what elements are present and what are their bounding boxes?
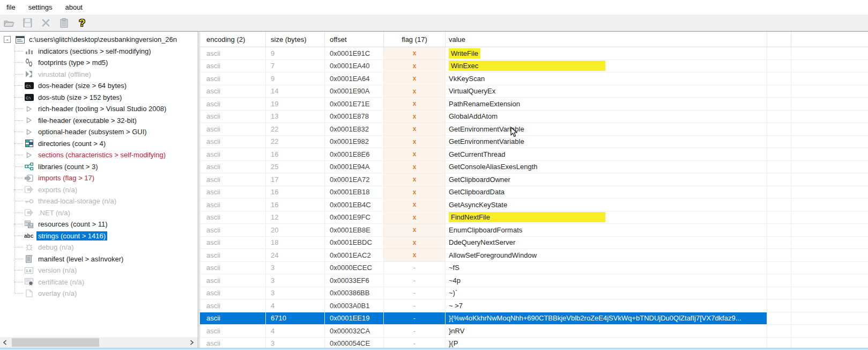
svg-text:C:\: C:\: [26, 96, 31, 99]
tree-item-label: debug (n/a): [36, 243, 76, 252]
tree-item-libraries[interactable]: libraries (count > 3): [0, 161, 198, 173]
tree-item-footprints[interactable]: footprints (type > md5): [0, 57, 198, 69]
tree-item-dos-header[interactable]: C:\ dos-header (size > 64 bytes): [0, 80, 198, 92]
table-row[interactable]: ascii160x0001EB18xGetClipboardData: [200, 186, 868, 199]
table-row[interactable]: ascii40x000032CA-}nRV: [200, 325, 868, 338]
footprints-icon: [24, 59, 34, 67]
tree-item-label: footprints (type > md5): [36, 58, 109, 67]
table-row[interactable]: ascii30x000386BB-~)`: [200, 287, 868, 300]
tree-item-label: virustotal (offline): [36, 70, 93, 79]
help-button[interactable]: ?: [76, 17, 88, 29]
table-row[interactable]: ascii90x0001E91CxWriteFile: [200, 47, 868, 60]
table-row[interactable]: ascii190x0001E71ExPathRenameExtension: [200, 98, 868, 111]
table-row[interactable]: ascii180x0001EBDCxDdeQueryNextServer: [200, 237, 868, 250]
col-header-value[interactable]: value: [446, 32, 767, 47]
tree-item-file-header[interactable]: file-header (executable > 32-bit): [0, 115, 198, 127]
menu-file[interactable]: file: [6, 3, 16, 11]
question-icon: ?: [79, 17, 85, 29]
tree-item-debug[interactable]: debug (n/a): [0, 242, 198, 253]
copy-button[interactable]: [58, 17, 70, 29]
tree-item-label: strings (count > 1416): [36, 231, 107, 240]
table-row[interactable]: ascii120x0001E9FCxFindNextFile: [200, 212, 868, 224]
tree-item-label: libraries (count > 3): [36, 162, 100, 171]
tree-item-optional-header[interactable]: optional-header (subsystem > GUI): [0, 126, 198, 138]
col-header-size[interactable]: size (bytes): [266, 32, 325, 47]
pestudio-window: { "menu": { "items": [ {"label":"file"},…: [0, 0, 868, 350]
tree-item-overlay[interactable]: overlay (n/a): [0, 288, 198, 300]
tree-item-resources[interactable]: resources (count > 11): [0, 218, 198, 230]
col-header-flag[interactable]: flag (17): [384, 32, 446, 47]
tree-item-manifest[interactable]: manifest (level > asInvoker): [0, 253, 198, 265]
tree-item-certificate[interactable]: certificate (n/a): [0, 276, 198, 288]
resources-icon: [24, 220, 34, 229]
col-header-offset[interactable]: offset: [325, 32, 384, 47]
table-header: encoding (2) size (bytes) offset flag (1…: [200, 32, 868, 47]
table-row[interactable]: ascii70x0001EA40xWinExec: [200, 60, 868, 73]
tree-item-label: indicators (sections > self-modifying): [36, 47, 153, 56]
table-row[interactable]: ascii220x0001E832xGetEnvironmentVariable: [200, 123, 868, 136]
tree-item-thread-local-storage[interactable]: thread-local-storage (n/a): [0, 195, 198, 207]
tree-item-strings[interactable]: abc strings (count > 1416): [0, 230, 198, 242]
libraries-icon: [24, 162, 34, 171]
open-folder-icon: [4, 19, 15, 27]
tree-item-label: imports (flag > 17): [36, 173, 96, 183]
tree-item-label: sections (characteristics > self-modifyi…: [36, 150, 167, 159]
tree-item-label: directories (count > 4): [36, 139, 107, 148]
svg-text:1.0: 1.0: [26, 268, 31, 273]
tree-item-virustotal[interactable]: virustotal (offline): [0, 69, 198, 81]
certificate-icon: [24, 278, 34, 286]
file-window-icon: [15, 35, 25, 44]
tree-item-indicators[interactable]: indicators (sections > self-modifying): [0, 46, 198, 57]
table-row[interactable]: ascii30x000054CE-}(P: [200, 338, 868, 348]
chevron-icon: [24, 105, 34, 113]
console-icon: C:\: [24, 93, 34, 101]
virustotal-icon: [24, 70, 34, 78]
table-row[interactable]: ascii130x0001E878xGlobalAddAtom: [200, 111, 868, 123]
table-row[interactable]: ascii30x00033EF6-~4p: [200, 274, 868, 287]
table-row-selected[interactable]: ascii67100x0001EE19-}{%w4oKkhrNwMoqNhh+6…: [200, 312, 868, 325]
tree-item-imports[interactable]: imports (flag > 17): [0, 172, 198, 184]
tree-item-label: optional-header (subsystem > GUI): [36, 127, 149, 136]
tree-item-dos-stub[interactable]: C:\ dos-stub (size > 152 bytes): [0, 92, 198, 104]
collapse-toggle[interactable]: -: [4, 36, 11, 43]
table-row[interactable]: ascii90x0001EA64xVkKeyScan: [200, 72, 868, 85]
scroll-right-arrow-icon[interactable]: [187, 337, 197, 348]
tree-item-version[interactable]: 1.0 version (n/a): [0, 265, 198, 276]
toolbar: ?: [0, 15, 868, 31]
chevron-icon: [24, 128, 34, 136]
console-icon: C:\: [24, 82, 34, 90]
highlighted-string: WriteFile: [449, 48, 480, 59]
scrollbar-thumb[interactable]: [12, 338, 99, 347]
table-row[interactable]: ascii200x0001EB8ExEnumClipboardFormats: [200, 224, 868, 237]
remove-button[interactable]: [40, 17, 51, 29]
svg-text:C:\: C:\: [26, 84, 31, 88]
overlay-icon: [24, 289, 34, 298]
menu-settings[interactable]: settings: [28, 3, 53, 11]
table-row[interactable]: ascii140x0001E90AxVirtualQueryEx: [200, 85, 868, 98]
grid-icon: [24, 139, 34, 148]
scroll-left-arrow-icon[interactable]: [0, 337, 10, 348]
tree-item-dotnet[interactable]: .NET (n/a): [0, 207, 198, 219]
table-row[interactable]: ascii250x0001E94AxGetConsoleAliasExesLen…: [200, 161, 868, 174]
tree-item-directories[interactable]: directories (count > 4): [0, 138, 198, 150]
table-row[interactable]: ascii220x0001E982xGetEnvironmentVariable: [200, 136, 868, 149]
table-row[interactable]: ascii160x0001E8E6xGetCurrentThread: [200, 148, 868, 161]
tree-item-sections[interactable]: sections (characteristics > self-modifyi…: [0, 149, 198, 161]
tree-item-exports[interactable]: exports (n/a): [0, 184, 198, 196]
table-row[interactable]: ascii240x0001EAC2xAllowSetForegroundWind…: [200, 249, 868, 262]
table-row[interactable]: ascii170x0001EA72xGetClipboardOwner: [200, 173, 868, 186]
tree-root-file[interactable]: - c:\users\glitch\desktop\zeusbankingver…: [0, 34, 198, 46]
table-row[interactable]: ascii40x0003A0B1-~ >7: [200, 300, 868, 312]
chevron-icon: [24, 151, 34, 159]
version-icon: 1.0: [24, 266, 34, 275]
save-button[interactable]: [21, 17, 33, 29]
navigation-tree-panel: - c:\users\glitch\desktop\zeusbankingver…: [0, 32, 198, 348]
menu-about[interactable]: about: [65, 3, 83, 11]
col-header-encoding[interactable]: encoding (2): [200, 32, 266, 47]
open-file-button[interactable]: [3, 17, 15, 29]
table-row[interactable]: ascii30x0000ECEC-~fS: [200, 262, 868, 275]
tree-item-rich-header[interactable]: rich-header (tooling > Visual Studio 200…: [0, 103, 198, 115]
table-row[interactable]: ascii160x0001EB4CxGetAsyncKeyState: [200, 199, 868, 212]
floppy-icon: [23, 18, 32, 27]
tree-horizontal-scrollbar[interactable]: [0, 337, 198, 348]
